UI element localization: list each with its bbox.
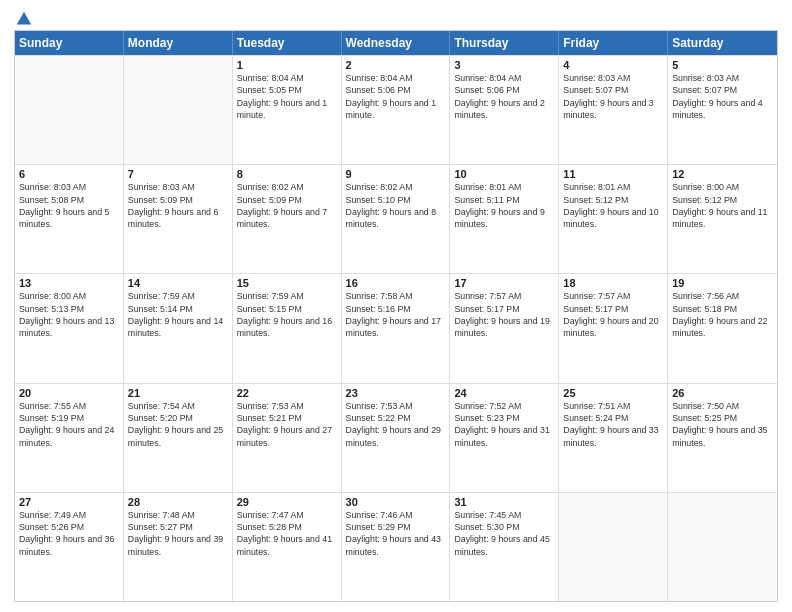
day-info: Sunrise: 7:59 AM Sunset: 5:15 PM Dayligh… [237, 290, 337, 339]
day-info: Sunrise: 7:57 AM Sunset: 5:17 PM Dayligh… [454, 290, 554, 339]
day-number: 15 [237, 277, 337, 289]
day-info: Sunrise: 8:02 AM Sunset: 5:10 PM Dayligh… [346, 181, 446, 230]
day-number: 5 [672, 59, 773, 71]
cal-cell-26: 26Sunrise: 7:50 AM Sunset: 5:25 PM Dayli… [668, 384, 777, 492]
day-number: 18 [563, 277, 663, 289]
cal-cell-17: 17Sunrise: 7:57 AM Sunset: 5:17 PM Dayli… [450, 274, 559, 382]
cal-cell-empty-0-1 [124, 56, 233, 164]
day-number: 28 [128, 496, 228, 508]
cal-cell-30: 30Sunrise: 7:46 AM Sunset: 5:29 PM Dayli… [342, 493, 451, 601]
day-number: 16 [346, 277, 446, 289]
header-day-thursday: Thursday [450, 31, 559, 55]
day-info: Sunrise: 7:53 AM Sunset: 5:22 PM Dayligh… [346, 400, 446, 449]
day-info: Sunrise: 8:03 AM Sunset: 5:09 PM Dayligh… [128, 181, 228, 230]
day-number: 4 [563, 59, 663, 71]
day-info: Sunrise: 7:50 AM Sunset: 5:25 PM Dayligh… [672, 400, 773, 449]
week-row-5: 27Sunrise: 7:49 AM Sunset: 5:26 PM Dayli… [15, 492, 777, 601]
cal-cell-16: 16Sunrise: 7:58 AM Sunset: 5:16 PM Dayli… [342, 274, 451, 382]
cal-cell-13: 13Sunrise: 8:00 AM Sunset: 5:13 PM Dayli… [15, 274, 124, 382]
cal-cell-empty-0-0 [15, 56, 124, 164]
day-info: Sunrise: 7:47 AM Sunset: 5:28 PM Dayligh… [237, 509, 337, 558]
week-row-1: 1Sunrise: 8:04 AM Sunset: 5:05 PM Daylig… [15, 55, 777, 164]
day-number: 11 [563, 168, 663, 180]
day-info: Sunrise: 7:57 AM Sunset: 5:17 PM Dayligh… [563, 290, 663, 339]
day-number: 12 [672, 168, 773, 180]
cal-cell-15: 15Sunrise: 7:59 AM Sunset: 5:15 PM Dayli… [233, 274, 342, 382]
cal-cell-14: 14Sunrise: 7:59 AM Sunset: 5:14 PM Dayli… [124, 274, 233, 382]
day-number: 30 [346, 496, 446, 508]
day-number: 23 [346, 387, 446, 399]
calendar: SundayMondayTuesdayWednesdayThursdayFrid… [14, 30, 778, 602]
cal-cell-empty-4-5 [559, 493, 668, 601]
day-info: Sunrise: 8:01 AM Sunset: 5:11 PM Dayligh… [454, 181, 554, 230]
cal-cell-2: 2Sunrise: 8:04 AM Sunset: 5:06 PM Daylig… [342, 56, 451, 164]
cal-cell-21: 21Sunrise: 7:54 AM Sunset: 5:20 PM Dayli… [124, 384, 233, 492]
cal-cell-27: 27Sunrise: 7:49 AM Sunset: 5:26 PM Dayli… [15, 493, 124, 601]
day-info: Sunrise: 7:58 AM Sunset: 5:16 PM Dayligh… [346, 290, 446, 339]
day-number: 19 [672, 277, 773, 289]
day-number: 8 [237, 168, 337, 180]
day-number: 22 [237, 387, 337, 399]
cal-cell-3: 3Sunrise: 8:04 AM Sunset: 5:06 PM Daylig… [450, 56, 559, 164]
day-number: 14 [128, 277, 228, 289]
day-number: 6 [19, 168, 119, 180]
header-day-wednesday: Wednesday [342, 31, 451, 55]
header-day-tuesday: Tuesday [233, 31, 342, 55]
cal-cell-20: 20Sunrise: 7:55 AM Sunset: 5:19 PM Dayli… [15, 384, 124, 492]
day-info: Sunrise: 8:01 AM Sunset: 5:12 PM Dayligh… [563, 181, 663, 230]
cal-cell-9: 9Sunrise: 8:02 AM Sunset: 5:10 PM Daylig… [342, 165, 451, 273]
day-number: 2 [346, 59, 446, 71]
day-info: Sunrise: 7:52 AM Sunset: 5:23 PM Dayligh… [454, 400, 554, 449]
week-row-4: 20Sunrise: 7:55 AM Sunset: 5:19 PM Dayli… [15, 383, 777, 492]
svg-marker-0 [17, 12, 31, 25]
day-number: 29 [237, 496, 337, 508]
day-info: Sunrise: 8:03 AM Sunset: 5:07 PM Dayligh… [563, 72, 663, 121]
day-number: 10 [454, 168, 554, 180]
cal-cell-7: 7Sunrise: 8:03 AM Sunset: 5:09 PM Daylig… [124, 165, 233, 273]
day-number: 21 [128, 387, 228, 399]
cal-cell-22: 22Sunrise: 7:53 AM Sunset: 5:21 PM Dayli… [233, 384, 342, 492]
week-row-3: 13Sunrise: 8:00 AM Sunset: 5:13 PM Dayli… [15, 273, 777, 382]
day-info: Sunrise: 8:00 AM Sunset: 5:12 PM Dayligh… [672, 181, 773, 230]
day-info: Sunrise: 8:02 AM Sunset: 5:09 PM Dayligh… [237, 181, 337, 230]
cal-cell-29: 29Sunrise: 7:47 AM Sunset: 5:28 PM Dayli… [233, 493, 342, 601]
day-number: 26 [672, 387, 773, 399]
cal-cell-24: 24Sunrise: 7:52 AM Sunset: 5:23 PM Dayli… [450, 384, 559, 492]
page: SundayMondayTuesdayWednesdayThursdayFrid… [0, 0, 792, 612]
day-number: 24 [454, 387, 554, 399]
header-day-sunday: Sunday [15, 31, 124, 55]
cal-cell-25: 25Sunrise: 7:51 AM Sunset: 5:24 PM Dayli… [559, 384, 668, 492]
cal-cell-12: 12Sunrise: 8:00 AM Sunset: 5:12 PM Dayli… [668, 165, 777, 273]
header-day-monday: Monday [124, 31, 233, 55]
day-info: Sunrise: 7:53 AM Sunset: 5:21 PM Dayligh… [237, 400, 337, 449]
day-number: 17 [454, 277, 554, 289]
cal-cell-31: 31Sunrise: 7:45 AM Sunset: 5:30 PM Dayli… [450, 493, 559, 601]
cal-cell-19: 19Sunrise: 7:56 AM Sunset: 5:18 PM Dayli… [668, 274, 777, 382]
day-info: Sunrise: 8:04 AM Sunset: 5:06 PM Dayligh… [454, 72, 554, 121]
header-day-saturday: Saturday [668, 31, 777, 55]
cal-cell-28: 28Sunrise: 7:48 AM Sunset: 5:27 PM Dayli… [124, 493, 233, 601]
day-info: Sunrise: 7:51 AM Sunset: 5:24 PM Dayligh… [563, 400, 663, 449]
day-info: Sunrise: 7:55 AM Sunset: 5:19 PM Dayligh… [19, 400, 119, 449]
week-row-2: 6Sunrise: 8:03 AM Sunset: 5:08 PM Daylig… [15, 164, 777, 273]
cal-cell-5: 5Sunrise: 8:03 AM Sunset: 5:07 PM Daylig… [668, 56, 777, 164]
cal-cell-4: 4Sunrise: 8:03 AM Sunset: 5:07 PM Daylig… [559, 56, 668, 164]
day-info: Sunrise: 7:45 AM Sunset: 5:30 PM Dayligh… [454, 509, 554, 558]
cal-cell-empty-4-6 [668, 493, 777, 601]
day-info: Sunrise: 7:46 AM Sunset: 5:29 PM Dayligh… [346, 509, 446, 558]
header-day-friday: Friday [559, 31, 668, 55]
day-info: Sunrise: 8:04 AM Sunset: 5:06 PM Dayligh… [346, 72, 446, 121]
day-number: 1 [237, 59, 337, 71]
day-number: 9 [346, 168, 446, 180]
header [14, 10, 778, 26]
day-info: Sunrise: 8:03 AM Sunset: 5:07 PM Dayligh… [672, 72, 773, 121]
day-info: Sunrise: 7:49 AM Sunset: 5:26 PM Dayligh… [19, 509, 119, 558]
cal-cell-8: 8Sunrise: 8:02 AM Sunset: 5:09 PM Daylig… [233, 165, 342, 273]
day-number: 20 [19, 387, 119, 399]
calendar-body: 1Sunrise: 8:04 AM Sunset: 5:05 PM Daylig… [15, 55, 777, 601]
day-info: Sunrise: 8:04 AM Sunset: 5:05 PM Dayligh… [237, 72, 337, 121]
cal-cell-6: 6Sunrise: 8:03 AM Sunset: 5:08 PM Daylig… [15, 165, 124, 273]
logo [14, 10, 33, 26]
cal-cell-10: 10Sunrise: 8:01 AM Sunset: 5:11 PM Dayli… [450, 165, 559, 273]
day-info: Sunrise: 8:00 AM Sunset: 5:13 PM Dayligh… [19, 290, 119, 339]
